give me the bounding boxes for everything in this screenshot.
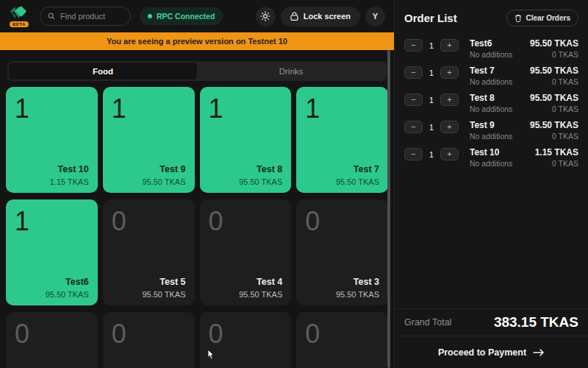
decrement-button[interactable]: − (404, 148, 423, 160)
increment-button[interactable]: + (440, 66, 459, 79)
product-grid: 1 Test 10 1.15 TKAS 1 Test 9 95.50 TKAS … (6, 87, 388, 368)
lock-screen-button[interactable]: Lock screen (281, 7, 360, 26)
product-price: 95.50 TKAS (46, 290, 89, 299)
product-card[interactable]: 0 Test 5 95.50 TKAS (103, 199, 195, 305)
top-bar: BETA RPC Connected (0, 0, 394, 32)
clear-orders-label: Clear Orders (526, 14, 570, 22)
proceed-label: Proceed to Payment (438, 347, 526, 358)
product-qty: 0 (15, 318, 89, 350)
decrement-button[interactable]: − (404, 121, 423, 133)
product-card[interactable]: 1 Test 9 95.50 TKAS (103, 87, 195, 193)
product-name: Test 10 (58, 164, 89, 174)
search-icon (48, 12, 55, 21)
order-item-row: − 1 + Test 7 No additions 95.50 TKAS 0 T… (404, 66, 578, 86)
increment-button[interactable]: + (440, 148, 459, 160)
product-card[interactable]: 0 (200, 312, 292, 368)
order-item-row: − 1 + Test 10 No additions 1.15 TKAS 0 T… (404, 147, 578, 168)
product-name: Test 8 (257, 164, 282, 174)
decrement-button[interactable]: − (404, 39, 423, 52)
product-price: 95.50 TKAS (336, 290, 379, 299)
status-dot-icon (148, 14, 152, 18)
order-item-additions: No additions (470, 132, 530, 141)
arrow-right-icon (533, 348, 545, 357)
logo-icon (9, 5, 28, 21)
search-input[interactable] (60, 12, 123, 21)
order-item-qty: 1 (429, 96, 434, 105)
product-card[interactable]: 0 Test 4 95.50 TKAS (200, 199, 292, 305)
product-qty: 1 (305, 93, 379, 124)
order-item-name: Test 8 (470, 93, 530, 103)
product-qty: 1 (209, 93, 283, 124)
increment-button[interactable]: + (440, 121, 459, 133)
avatar-button[interactable]: Y (365, 7, 385, 26)
product-card[interactable]: 1 Test 7 95.50 TKAS (296, 87, 388, 193)
product-qty: 0 (112, 205, 186, 237)
product-name: Test 7 (354, 164, 379, 174)
order-item-name: Test 9 (470, 120, 530, 130)
product-card[interactable]: 1 Test6 95.50 TKAS (6, 199, 98, 305)
order-item-additions: No additions (470, 50, 530, 59)
increment-button[interactable]: + (440, 39, 459, 52)
order-item-additions: No additions (470, 159, 535, 168)
product-name: Test 4 (257, 277, 282, 287)
product-qty: 0 (209, 205, 283, 237)
order-item-info: Test 9 No additions (470, 120, 530, 141)
product-price: 95.50 TKAS (336, 177, 379, 186)
decrement-button[interactable]: − (404, 93, 423, 106)
vertical-scrollbar[interactable] (387, 50, 390, 368)
order-item-qty: 1 (429, 150, 434, 159)
product-card[interactable]: 0 Test 3 95.50 TKAS (296, 199, 388, 305)
product-card[interactable]: 1 Test 8 95.50 TKAS (200, 87, 292, 193)
product-qty: 0 (305, 318, 379, 350)
rpc-status-badge: RPC Connected (140, 7, 223, 25)
order-item-row: − 1 + Test6 No additions 95.50 TKAS 0 TK… (404, 38, 578, 59)
grand-total-value: 383.15 TKAS (494, 314, 578, 330)
order-item-name: Test6 (470, 38, 530, 49)
beta-badge: BETA (10, 21, 29, 27)
product-card[interactable]: 1 Test 10 1.15 TKAS (6, 87, 98, 193)
increment-button[interactable]: + (440, 93, 459, 106)
order-item-prices: 95.50 TKAS 0 TKAS (530, 66, 578, 86)
order-item-row: − 1 + Test 9 No additions 95.50 TKAS 0 T… (404, 120, 578, 141)
product-card[interactable]: 0 (296, 312, 388, 368)
app-logo[interactable]: BETA (9, 5, 31, 27)
clear-orders-button[interactable]: Clear Orders (506, 10, 578, 26)
quantity-stepper: − 1 + (404, 148, 459, 160)
product-price: 95.50 TKAS (239, 177, 282, 186)
product-price: 95.50 TKAS (239, 290, 282, 299)
topbar-actions: Lock screen Y (256, 7, 385, 26)
theme-toggle-button[interactable] (256, 7, 276, 26)
order-item-info: Test 7 No additions (470, 66, 530, 86)
proceed-to-payment-button[interactable]: Proceed to Payment (395, 336, 588, 368)
order-item-additions: No additions (470, 105, 530, 113)
order-item-price: 95.50 TKAS (530, 120, 578, 130)
order-item-row: − 1 + Test 8 No additions 95.50 TKAS 0 T… (404, 93, 578, 113)
trash-icon (514, 14, 522, 22)
order-item-price: 95.50 TKAS (530, 93, 578, 103)
product-qty: 1 (15, 93, 89, 124)
product-name: Test6 (65, 277, 89, 287)
order-item-info: Test 8 No additions (470, 93, 530, 113)
order-item-additions: No additions (470, 77, 530, 86)
product-card[interactable]: 0 (6, 312, 98, 368)
order-item-qty: 1 (429, 41, 434, 50)
product-name: Test 9 (159, 164, 185, 174)
scrollbar-thumb[interactable] (387, 50, 390, 368)
product-qty: 0 (112, 318, 186, 350)
category-tabs: Food Drinks (7, 61, 387, 81)
product-qty: 1 (15, 205, 89, 237)
product-price: 95.50 TKAS (142, 177, 185, 186)
tab-drinks[interactable]: Drinks (197, 63, 385, 79)
product-price: 95.50 TKAS (142, 290, 185, 299)
order-item-prices: 95.50 TKAS 0 TKAS (530, 38, 578, 59)
decrement-button[interactable]: − (404, 66, 423, 79)
product-card[interactable]: 0 (103, 312, 195, 368)
order-item-sub-price: 0 TKAS (530, 132, 578, 141)
quantity-stepper: − 1 + (404, 66, 459, 79)
order-item-price: 1.15 TKAS (535, 147, 578, 158)
search-box[interactable] (40, 7, 131, 26)
quantity-stepper: − 1 + (404, 39, 459, 52)
tab-food[interactable]: Food (9, 63, 197, 79)
order-item-prices: 95.50 TKAS 0 TKAS (530, 120, 578, 141)
order-item-sub-price: 0 TKAS (530, 77, 578, 86)
